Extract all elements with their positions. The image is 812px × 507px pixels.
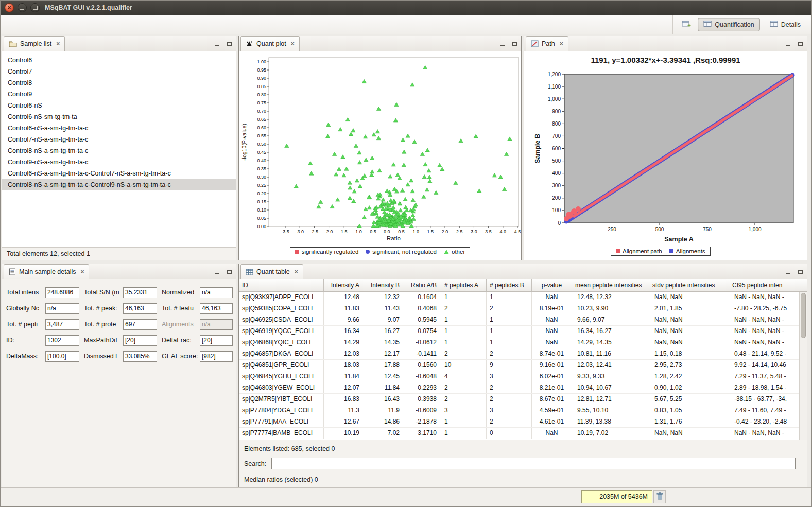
table-cell: 3 xyxy=(441,405,487,416)
maximize-view-button[interactable] xyxy=(225,268,233,276)
table-cell: 12.48 xyxy=(324,292,364,303)
column-header[interactable]: ID xyxy=(239,279,324,291)
tab-sample-list[interactable]: Sample list × xyxy=(4,36,65,51)
table-row[interactable]: sp|Q46925|CSDA_ECOLI9.669.070.594511NaN9… xyxy=(239,314,799,326)
detail-field-input[interactable] xyxy=(45,287,79,298)
minimize-view-button[interactable] xyxy=(784,268,792,276)
minimize-view-button[interactable] xyxy=(784,40,792,48)
maximize-view-button[interactable] xyxy=(796,40,804,48)
detail-field-input[interactable] xyxy=(45,335,79,346)
maximize-view-button[interactable] xyxy=(510,40,519,48)
table-scrollbar[interactable] xyxy=(799,292,807,440)
sample-list-item[interactable]: Control9-nS-a-sm-tg-tm-ta-c xyxy=(2,156,236,168)
sample-list-item[interactable]: Control6-nS-a-sm-tg-tm-ta-c xyxy=(2,123,236,134)
svg-text:1,100: 1,100 xyxy=(548,84,561,90)
window-maximize-button[interactable] xyxy=(30,3,40,12)
column-header[interactable]: # peptides B xyxy=(487,279,532,291)
column-header[interactable]: mean peptide intensities xyxy=(572,279,649,291)
table-cell: 9 xyxy=(487,360,532,371)
column-header[interactable]: stdv peptide intensities xyxy=(649,279,729,291)
table-cell: 1 xyxy=(441,326,487,337)
column-header[interactable]: CI95 peptide inten xyxy=(729,279,800,291)
svg-text:1,000: 1,000 xyxy=(748,226,761,232)
table-row[interactable]: sp|Q46919|YQCC_ECOLI16.3416.270.075411Na… xyxy=(239,326,799,337)
table-row[interactable]: sp|Q46868|YQIC_ECOLI14.2914.35-0.061211N… xyxy=(239,337,799,348)
table-cell: 16.34 xyxy=(324,326,364,337)
table-row[interactable]: sp|Q93K97|ADPP_ECOLI12.4812.320.160411Na… xyxy=(239,292,799,303)
svg-text:-0.5: -0.5 xyxy=(368,229,376,234)
run-garbage-collector-button[interactable] xyxy=(653,490,666,503)
detail-field-input[interactable] xyxy=(200,335,233,346)
sample-list-item[interactable]: Control6-nS xyxy=(2,100,236,111)
column-header[interactable]: Ratio A/B xyxy=(404,279,441,291)
table-row[interactable]: sp|Q46845|YGHU_ECOLI11.8412.45-0.6048436… xyxy=(239,371,799,382)
maximize-view-button[interactable] xyxy=(796,268,804,276)
minimize-view-button[interactable] xyxy=(213,268,221,276)
table-row[interactable]: sp|Q46851|GPR_ECOLI18.0317.880.15601099.… xyxy=(239,360,799,371)
table-row[interactable]: sp|P77804|YDGA_ECOLI11.311.9-0.6009334.5… xyxy=(239,405,799,416)
table-cell: 8.19e-01 xyxy=(532,303,572,314)
column-header[interactable]: # peptides A xyxy=(441,279,487,291)
table-cell: NaN, NaN xyxy=(649,314,729,325)
window-minimize-button[interactable] xyxy=(18,3,27,12)
detail-field-input[interactable] xyxy=(123,319,157,330)
sample-list-item[interactable]: Control8-nS-a-sm-tg-tm-ta-c xyxy=(2,145,236,156)
sample-list-item[interactable]: Control7-nS-a-sm-tg-tm-ta-c xyxy=(2,134,236,145)
detail-field-input[interactable] xyxy=(123,351,157,362)
sample-list-item[interactable]: Control6-nS-sm-tg-tm-ta xyxy=(2,111,236,123)
tab-quant-plot[interactable]: Quant plot × xyxy=(240,36,300,51)
sample-list-item[interactable]: Control7 xyxy=(2,66,236,77)
tab-path[interactable]: Path × xyxy=(526,36,568,51)
tabstrip: Path × xyxy=(524,36,807,51)
detail-field-input[interactable] xyxy=(45,319,79,330)
detail-field-input[interactable] xyxy=(123,303,157,314)
sample-list-item[interactable]: Control6-nS-a-sm-tg-tm-ta-c-Control7-nS-… xyxy=(2,168,236,179)
table-cell: sp|Q93K97|ADPP_ECOLI xyxy=(239,292,324,303)
table-cell: 14.86 xyxy=(364,416,404,427)
column-header[interactable]: Intensity A xyxy=(324,279,364,291)
tab-quant-table[interactable]: Quant table × xyxy=(240,264,303,279)
tab-close-icon[interactable]: × xyxy=(56,40,60,47)
tab-close-icon[interactable]: × xyxy=(291,40,295,47)
detail-field-input[interactable] xyxy=(123,335,157,346)
tab-close-icon[interactable]: × xyxy=(295,268,298,275)
tab-close-icon[interactable]: × xyxy=(560,40,563,47)
sample-list[interactable]: Control6Control7Control8Control9Control6… xyxy=(2,51,236,247)
table-cell: -0.42 - 23.20, -2.48 xyxy=(729,416,799,427)
table-row[interactable]: sp|P77774|BAMB_ECOLI10.197.023.171010NaN… xyxy=(239,428,799,439)
maximize-view-button[interactable] xyxy=(225,40,233,48)
detail-field-input[interactable] xyxy=(123,287,157,298)
table-cell: -38.15 - 63.77, -34. xyxy=(729,394,799,405)
sample-list-item[interactable]: Control9 xyxy=(2,89,236,100)
sample-list-item[interactable]: Control6 xyxy=(2,55,236,66)
detail-field-input[interactable] xyxy=(200,351,233,362)
table-cell: 8.21e-01 xyxy=(532,382,572,393)
table-row[interactable]: sp|Q2M7R5|YIBT_ECOLI16.8316.430.3938228.… xyxy=(239,394,799,405)
table-row[interactable]: sp|Q59385|COPA_ECOLI11.8311.430.4068228.… xyxy=(239,303,799,314)
sample-list-item[interactable]: Control8-nS-a-sm-tg-tm-ta-c-Control9-nS-… xyxy=(2,179,236,190)
minimize-view-button[interactable] xyxy=(498,40,506,48)
scrollbar-thumb[interactable] xyxy=(801,293,806,338)
svg-text:-3.5: -3.5 xyxy=(281,229,289,234)
detail-field-input[interactable] xyxy=(45,351,79,362)
perspective-quantification-button[interactable]: Quantification xyxy=(698,18,759,31)
minimize-view-button[interactable] xyxy=(213,40,221,48)
sample-list-item[interactable]: Control8 xyxy=(2,77,236,89)
table-row[interactable]: sp|P77791|MAA_ECOLI12.6714.86-2.1878124.… xyxy=(239,416,799,428)
open-perspective-button[interactable] xyxy=(679,18,694,31)
search-input[interactable] xyxy=(271,458,796,469)
perspective-details-button[interactable]: Details xyxy=(764,18,806,31)
detail-field-input[interactable] xyxy=(45,303,79,314)
column-header[interactable]: Intensity B xyxy=(364,279,404,291)
sample-list-status: Total elements 12, selected 1 xyxy=(2,247,236,260)
detail-field-input[interactable] xyxy=(200,303,233,314)
tab-close-icon[interactable]: × xyxy=(80,268,84,275)
table-row[interactable]: sp|Q46857|DKGA_ECOLI12.0312.17-0.1411228… xyxy=(239,348,799,360)
column-header[interactable]: p-value xyxy=(532,279,572,291)
window-close-button[interactable]: × xyxy=(5,3,14,12)
table-cell: 11.84 xyxy=(324,371,364,382)
tab-main-sample-details[interactable]: Main sample details × xyxy=(4,264,89,279)
detail-field-input[interactable] xyxy=(200,287,233,298)
table-row[interactable]: sp|Q46803|YGEW_ECOLI12.0711.840.2293228.… xyxy=(239,382,799,394)
window-titlebar[interactable]: × MSqBAT GUI v.2.2.1.qualifier xyxy=(1,1,811,15)
